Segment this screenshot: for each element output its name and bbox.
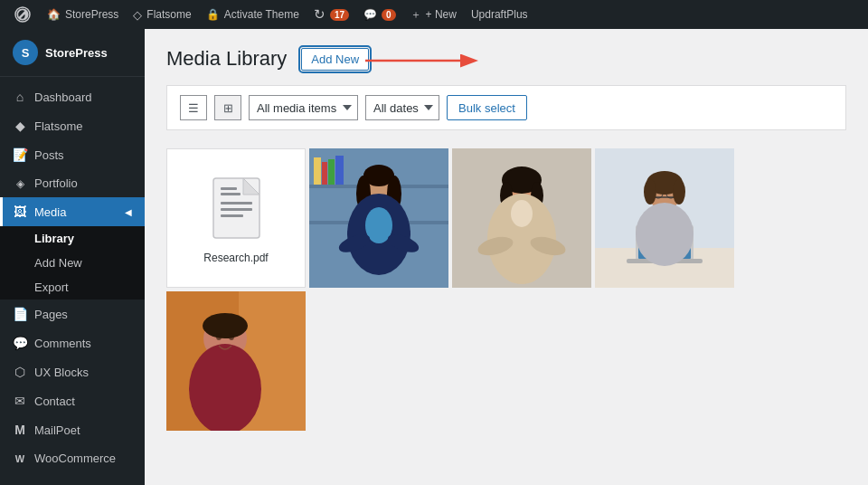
- adminbar-flatsome[interactable]: ◇ Flatsome: [126, 0, 198, 29]
- ux-blocks-icon: ⬡: [13, 365, 27, 379]
- sidebar-item-pages[interactable]: 📄 Pages: [0, 300, 145, 328]
- house-icon: 🏠: [47, 8, 61, 21]
- sidebar-site-info[interactable]: S StorePress: [0, 29, 145, 77]
- admin-bar: 🏠 StorePress ◇ Flatsome 🔒 Activate Theme…: [0, 0, 868, 29]
- svg-rect-15: [335, 156, 344, 185]
- adminbar-updraftplus[interactable]: UpdraftPlus: [464, 0, 535, 29]
- wp-logo[interactable]: [5, 0, 40, 29]
- svg-rect-5: [221, 214, 243, 217]
- pdf-file-icon: [204, 172, 268, 244]
- main-content: Media Library Add New: [145, 29, 868, 485]
- sidebar-subitem-library[interactable]: Library: [0, 226, 145, 251]
- sidebar-item-comments[interactable]: 💬 Comments: [0, 328, 145, 357]
- sidebar-item-dashboard[interactable]: ⌂ Dashboard: [0, 82, 145, 111]
- svg-point-32: [511, 200, 533, 227]
- media-grid: Research.pdf: [166, 148, 846, 431]
- page-header: Media Library Add New: [166, 47, 846, 71]
- sidebar-nav: ⌂ Dashboard ◆ Flatsome 📝 Posts ◈ Portfol…: [0, 77, 145, 478]
- svg-rect-14: [328, 159, 335, 185]
- pdf-filename: Research.pdf: [203, 252, 268, 264]
- sidebar-subitem-export[interactable]: Export: [0, 275, 145, 300]
- svg-point-47: [673, 179, 685, 204]
- portfolio-icon: ◈: [13, 177, 27, 190]
- svg-point-56: [229, 333, 234, 340]
- svg-point-46: [644, 179, 656, 204]
- media-type-filter[interactable]: All media items: [249, 95, 358, 120]
- media-arrow: ◀: [125, 207, 132, 217]
- adminbar-comments[interactable]: 💬 0: [356, 0, 403, 29]
- svg-point-53: [203, 313, 248, 338]
- media-item-pdf[interactable]: Research.pdf: [166, 148, 306, 288]
- media-image-1: [309, 148, 448, 288]
- sidebar-item-ux-blocks[interactable]: ⬡ UX Blocks: [0, 357, 145, 386]
- arrow-annotation: [365, 43, 510, 79]
- filter-bar: ☰ ⊞ All media items All dates Bulk selec…: [166, 85, 846, 130]
- svg-rect-3: [221, 202, 252, 204]
- site-icon: S: [13, 40, 38, 65]
- flatsome-icon: ◇: [133, 8, 142, 22]
- sidebar-item-woocommerce[interactable]: W WooCommerce: [0, 444, 145, 472]
- sidebar: S StorePress ⌂ Dashboard ◆ Flatsome 📝 Po…: [0, 29, 145, 485]
- bulk-select-button[interactable]: Bulk select: [447, 95, 527, 120]
- woocommerce-icon: W: [13, 453, 27, 464]
- svg-point-48: [636, 203, 693, 266]
- adminbar-updates[interactable]: ↻ 17: [307, 0, 356, 29]
- svg-rect-12: [314, 157, 321, 185]
- svg-rect-4: [221, 208, 252, 211]
- add-new-button[interactable]: Add New: [301, 48, 369, 71]
- lock-icon: 🔒: [206, 8, 220, 21]
- media-image-4: [166, 291, 306, 431]
- sidebar-item-mailpoet[interactable]: M MailPoet: [0, 415, 145, 444]
- adminbar-site-name[interactable]: 🏠 StorePress: [40, 0, 126, 29]
- svg-rect-13: [322, 162, 327, 185]
- mailpoet-icon: M: [13, 423, 27, 437]
- media-icon: 🖼: [13, 204, 27, 219]
- media-item-3[interactable]: [595, 148, 734, 288]
- adminbar-new[interactable]: ＋ + New: [403, 0, 464, 29]
- media-item-1[interactable]: [309, 148, 448, 288]
- list-view-button[interactable]: ☰: [180, 95, 207, 120]
- media-item-4[interactable]: [166, 291, 306, 431]
- sidebar-item-flatsome[interactable]: ◆ Flatsome: [0, 111, 145, 140]
- sidebar-item-contact[interactable]: ✉ Contact: [0, 386, 145, 415]
- svg-point-54: [189, 344, 261, 431]
- adminbar-activate-theme[interactable]: 🔒 Activate Theme: [199, 0, 307, 29]
- pages-icon: 📄: [13, 307, 27, 321]
- media-image-3: [595, 148, 734, 288]
- comments-icon: 💬: [363, 8, 377, 21]
- media-item-2[interactable]: [452, 148, 591, 288]
- svg-rect-6: [221, 187, 237, 190]
- media-submenu: Library Add New Export: [0, 226, 145, 300]
- sidebar-item-media[interactable]: 🖼 Media ◀: [0, 197, 145, 226]
- grid-view-icon: ⊞: [223, 101, 233, 115]
- updates-icon: ↻: [314, 6, 326, 23]
- grid-view-button[interactable]: ⊞: [214, 95, 241, 120]
- sidebar-subitem-add-new[interactable]: Add New: [0, 251, 145, 275]
- sidebar-item-posts[interactable]: 📝 Posts: [0, 140, 145, 169]
- dashboard-icon: ⌂: [13, 90, 27, 104]
- sidebar-item-portfolio[interactable]: ◈ Portfolio: [0, 169, 145, 197]
- media-image-2: [452, 148, 591, 288]
- list-view-icon: ☰: [188, 101, 199, 115]
- contact-icon: ✉: [13, 394, 27, 408]
- svg-point-55: [216, 333, 222, 340]
- page-title: Media Library: [166, 47, 287, 71]
- svg-rect-7: [221, 193, 241, 195]
- date-filter[interactable]: All dates: [365, 95, 439, 120]
- plus-icon: ＋: [410, 7, 421, 23]
- site-name: StorePress: [45, 46, 108, 60]
- flatsome-nav-icon: ◆: [13, 119, 27, 133]
- posts-icon: 📝: [13, 147, 27, 162]
- comments-nav-icon: 💬: [13, 336, 27, 350]
